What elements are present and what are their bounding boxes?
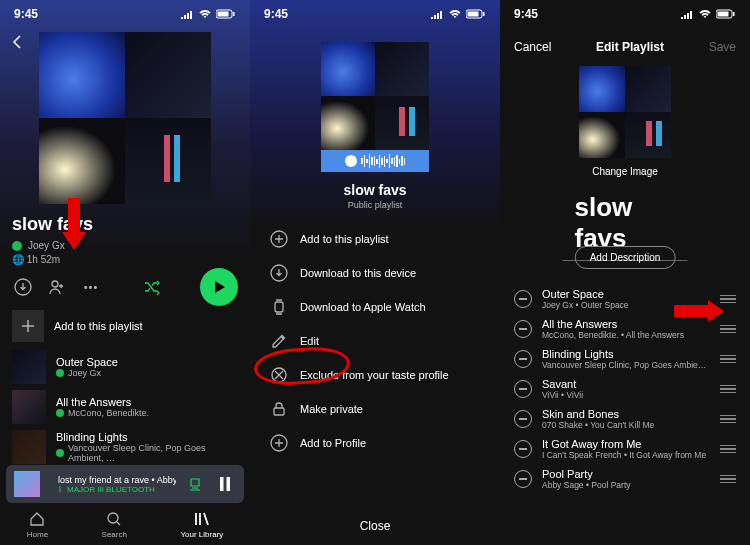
pause-button[interactable] bbox=[214, 473, 236, 495]
add-to-playlist-label: Add to this playlist bbox=[54, 320, 143, 332]
home-icon bbox=[28, 510, 46, 528]
back-button[interactable] bbox=[10, 34, 26, 52]
svg-point-4 bbox=[52, 281, 58, 287]
download-circle-icon bbox=[270, 264, 288, 282]
bluetooth-icon: ᛒ bbox=[58, 485, 63, 494]
playlist-cover-small bbox=[321, 42, 429, 150]
svg-rect-6 bbox=[227, 477, 231, 491]
svg-rect-5 bbox=[220, 477, 224, 491]
edit-track-row[interactable]: Pool PartyAbby Sage • Pool Party bbox=[500, 464, 750, 494]
menu-playlist-title: slow favs bbox=[250, 182, 500, 198]
remove-track-button[interactable] bbox=[514, 380, 532, 398]
svg-rect-19 bbox=[733, 12, 735, 16]
drag-handle-icon[interactable] bbox=[720, 445, 736, 454]
change-image-button[interactable]: Change Image bbox=[500, 166, 750, 177]
svg-rect-13 bbox=[275, 302, 283, 312]
tab-home[interactable]: Home bbox=[27, 510, 48, 539]
status-icons bbox=[180, 9, 236, 19]
menu-edit[interactable]: Edit bbox=[250, 324, 500, 358]
edit-cancel-button[interactable]: Cancel bbox=[514, 40, 551, 54]
svg-rect-10 bbox=[483, 12, 485, 16]
menu-close-button[interactable]: Close bbox=[250, 519, 500, 533]
download-icon[interactable] bbox=[12, 276, 34, 298]
profile-plus-icon bbox=[270, 434, 288, 452]
edit-title: Edit Playlist bbox=[596, 40, 664, 54]
track-row[interactable]: Outer Space Joey Gx bbox=[0, 346, 250, 388]
watch-icon bbox=[270, 298, 288, 316]
svg-rect-15 bbox=[274, 408, 284, 415]
tab-bar: Home Search Your Library bbox=[0, 503, 250, 545]
playlist-duration: 🌐 1h 52m bbox=[12, 254, 60, 265]
edit-track-row[interactable]: It Got Away from MeI Can't Speak French … bbox=[500, 434, 750, 464]
menu-add-to-playlist[interactable]: Add to this playlist bbox=[250, 222, 500, 256]
menu-add-to-profile[interactable]: Add to Profile bbox=[250, 426, 500, 460]
tab-search[interactable]: Search bbox=[102, 510, 127, 539]
panel-edit-playlist: 9:45 Cancel Edit Playlist Save Change Im… bbox=[500, 0, 750, 545]
library-icon bbox=[193, 510, 211, 528]
menu-make-private[interactable]: Make private bbox=[250, 392, 500, 426]
menu-playlist-subtitle: Public playlist bbox=[250, 200, 500, 210]
drag-handle-icon[interactable] bbox=[720, 415, 736, 424]
svg-rect-9 bbox=[468, 12, 479, 17]
edit-track-row[interactable]: Skin and Bones070 Shake • You Can't Kill… bbox=[500, 404, 750, 434]
lock-icon bbox=[270, 400, 288, 418]
more-options-icon[interactable]: ••• bbox=[80, 276, 102, 298]
playlist-cover[interactable] bbox=[39, 32, 211, 204]
search-icon bbox=[105, 510, 123, 528]
remove-track-button[interactable] bbox=[514, 410, 532, 428]
panel-playlist-view: 9:45 slow favs Joey Gx 🌐 1h 52m ••• bbox=[0, 0, 250, 545]
add-to-playlist-row[interactable]: Add to this playlist bbox=[0, 304, 250, 348]
playlist-owner-row: Joey Gx bbox=[12, 240, 65, 251]
svg-rect-18 bbox=[718, 12, 729, 17]
panel-options-menu: 9:45 slow favs Public playlist Add to th… bbox=[250, 0, 500, 545]
exclude-icon bbox=[270, 366, 288, 384]
status-bar: 9:45 bbox=[0, 0, 250, 28]
menu-download-watch[interactable]: Download to Apple Watch bbox=[250, 290, 500, 324]
playlist-cover-edit[interactable] bbox=[579, 66, 671, 158]
playlist-owner[interactable]: Joey Gx bbox=[28, 240, 65, 251]
menu-download-device[interactable]: Download to this device bbox=[250, 256, 500, 290]
edit-save-button[interactable]: Save bbox=[709, 40, 736, 54]
drag-handle-icon[interactable] bbox=[720, 385, 736, 394]
svg-point-7 bbox=[108, 513, 118, 523]
spotify-code[interactable] bbox=[321, 150, 429, 172]
device-icon[interactable] bbox=[184, 473, 206, 495]
options-menu-list: Add to this playlist Download to this de… bbox=[250, 222, 500, 505]
tab-library[interactable]: Your Library bbox=[180, 510, 223, 539]
drag-handle-icon[interactable] bbox=[720, 355, 736, 364]
spotify-code-bars bbox=[361, 154, 405, 168]
add-user-icon[interactable] bbox=[46, 276, 68, 298]
spotify-logo-icon bbox=[345, 155, 357, 167]
remove-track-button[interactable] bbox=[514, 440, 532, 458]
plus-circle-icon bbox=[270, 230, 288, 248]
remove-track-button[interactable] bbox=[514, 320, 532, 338]
shuffle-icon[interactable] bbox=[141, 276, 163, 298]
add-description-button[interactable]: Add Description bbox=[575, 246, 676, 269]
play-button[interactable] bbox=[200, 268, 238, 306]
drag-handle-icon[interactable] bbox=[720, 325, 736, 334]
remove-track-button[interactable] bbox=[514, 350, 532, 368]
track-row[interactable]: Blinding Lights Vancouver Sleep Clinic, … bbox=[0, 426, 250, 468]
remove-track-button[interactable] bbox=[514, 470, 532, 488]
owner-avatar-icon bbox=[12, 241, 22, 251]
annotation-arrow-down bbox=[62, 198, 86, 248]
annotation-arrow-right bbox=[674, 300, 724, 322]
drag-handle-icon[interactable] bbox=[720, 475, 736, 484]
svg-rect-2 bbox=[233, 12, 235, 16]
edit-track-row[interactable]: Blinding LightsVancouver Sleep Clinic, P… bbox=[500, 344, 750, 374]
svg-rect-1 bbox=[218, 12, 229, 17]
edit-track-row[interactable]: SavantViVii • ViVii bbox=[500, 374, 750, 404]
edit-track-list: Outer SpaceJoey Gx • Outer SpaceAll the … bbox=[500, 284, 750, 545]
plus-icon bbox=[12, 310, 44, 342]
now-playing-bar[interactable]: lost my friend at a rave • Abby Bella Ma… bbox=[6, 465, 244, 503]
remove-track-button[interactable] bbox=[514, 290, 532, 308]
status-time: 9:45 bbox=[14, 7, 38, 21]
menu-exclude[interactable]: Exclude from your taste profile bbox=[250, 358, 500, 392]
pencil-icon bbox=[270, 332, 288, 350]
track-row[interactable]: All the Answers McCono, Benedikte. bbox=[0, 386, 250, 428]
